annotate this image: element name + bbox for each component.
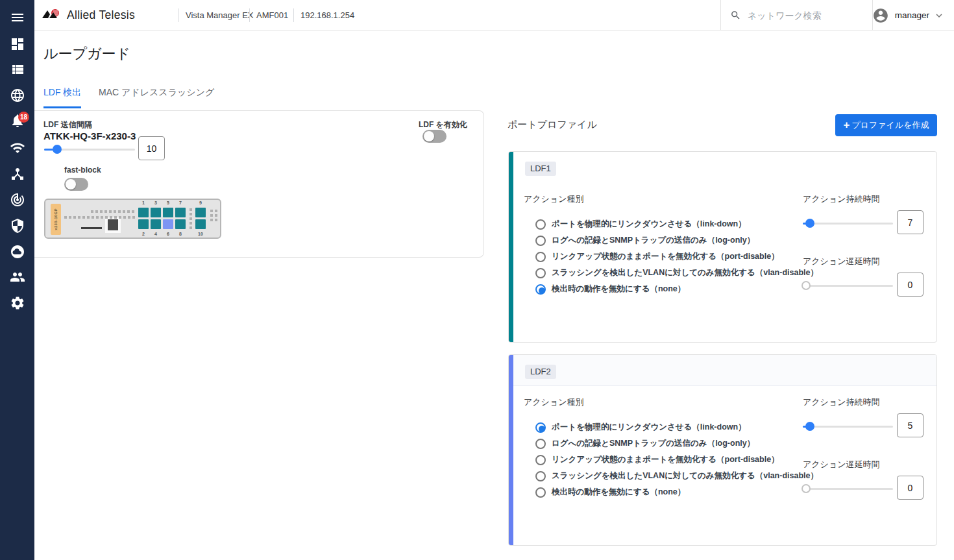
- action-duration-slider[interactable]: [803, 223, 893, 225]
- action-radio-option[interactable]: ポートを物理的にリンクダウンさせる（link-down）: [535, 216, 795, 232]
- switch-port[interactable]: [163, 219, 173, 229]
- led-indicator: [127, 210, 130, 213]
- led-indicator: [210, 214, 213, 217]
- led-indicator: [123, 210, 125, 213]
- action-radio-option[interactable]: リンクアップ状態のままポートを無効化する（port-disable）: [535, 452, 795, 468]
- radio-icon[interactable]: [535, 487, 546, 498]
- fast-block-label: fast-block: [64, 165, 101, 175]
- toggle-knob: [424, 131, 434, 141]
- ldf-enable-toggle[interactable]: [422, 130, 446, 143]
- led-indicator: [82, 216, 85, 219]
- radio-label: スラッシングを検出したVLANに対してのみ無効化する（vlan-disable）: [552, 267, 818, 278]
- ip-address: 192.168.1.254: [300, 10, 354, 20]
- radio-label: ポートを物理的にリンクダウンさせる（link-down）: [552, 219, 746, 230]
- action-delay-slider[interactable]: [803, 285, 893, 287]
- port-number: 8: [175, 232, 186, 236]
- switch-port[interactable]: [151, 208, 161, 217]
- search-input[interactable]: [748, 10, 858, 21]
- switch-port[interactable]: [175, 208, 186, 217]
- settings-gear-icon[interactable]: [10, 295, 25, 311]
- action-delay-input[interactable]: [897, 476, 923, 500]
- action-radio-option[interactable]: 検出時の動作を無効にする（none）: [535, 281, 795, 297]
- create-profile-button[interactable]: + プロファイルを作成: [835, 114, 937, 136]
- radio-icon[interactable]: [535, 439, 546, 449]
- asset-list-icon[interactable]: [10, 62, 25, 77]
- menu-icon[interactable]: [10, 10, 25, 25]
- led-indicator: [132, 216, 135, 219]
- action-radio-option[interactable]: 検出時の動作を無効にする（none）: [535, 484, 795, 500]
- device-hub-icon[interactable]: [10, 166, 25, 182]
- page-title: ループガード: [43, 44, 130, 64]
- security-shield-icon[interactable]: [10, 218, 25, 234]
- radio-icon[interactable]: [535, 422, 546, 433]
- port-number: 6: [163, 232, 173, 236]
- device-name: ATKK-HQ-3F-x230-3: [43, 130, 136, 141]
- switch-detail: [81, 227, 102, 229]
- user-menu[interactable]: manager: [872, 0, 945, 30]
- switch-port[interactable]: [195, 219, 206, 229]
- switch-front-panel: x230-10GP 12345678910: [44, 199, 221, 239]
- network-map-globe-icon[interactable]: [10, 88, 25, 103]
- header-divider: [249, 8, 250, 22]
- action-delay-input[interactable]: [897, 273, 923, 297]
- switch-port[interactable]: [163, 208, 173, 217]
- chevron-down-icon: [933, 10, 945, 21]
- radio-icon[interactable]: [535, 284, 546, 295]
- wifi-icon[interactable]: [10, 140, 25, 156]
- radio-icon[interactable]: [535, 455, 546, 465]
- led-indicator: [190, 226, 192, 229]
- action-duration-input[interactable]: [897, 413, 923, 437]
- profile-name-badge: LDF1: [525, 162, 556, 176]
- user-avatar-icon: [872, 7, 889, 24]
- radio-icon[interactable]: [535, 219, 546, 230]
- action-radio-option[interactable]: ポートを物理的にリンクダウンさせる（link-down）: [535, 419, 795, 435]
- led-indicator: [109, 210, 112, 213]
- switch-port[interactable]: [138, 219, 149, 229]
- dashboard-icon[interactable]: [10, 36, 25, 52]
- led-indicator: [118, 210, 121, 213]
- slider-thumb[interactable]: [805, 219, 814, 228]
- switch-port[interactable]: [175, 219, 186, 229]
- cloud-circle-icon[interactable]: [10, 244, 25, 260]
- radio-icon[interactable]: [535, 471, 546, 481]
- action-radio-option[interactable]: ログへの記録とSNMPトラップの送信のみ（log-only）: [535, 232, 795, 249]
- led-indicator: [128, 216, 130, 219]
- led-indicator: [114, 210, 116, 213]
- radio-icon[interactable]: [535, 252, 546, 262]
- led-indicator: [210, 219, 213, 221]
- switch-port[interactable]: [138, 208, 149, 217]
- slider-thumb[interactable]: [801, 281, 811, 290]
- profile-card-ldf2: LDF2 アクション種別 ポートを物理的にリンクダウンさせる（link-down…: [508, 354, 937, 546]
- ldf-interval-slider[interactable]: [44, 149, 135, 151]
- action-duration-input[interactable]: [897, 210, 923, 234]
- action-delay-slider[interactable]: [803, 488, 893, 490]
- action-radio-option[interactable]: ログへの記録とSNMPトラップの送信のみ（log-only）: [535, 435, 795, 452]
- action-duration-slider[interactable]: [803, 426, 893, 428]
- switch-port[interactable]: [151, 219, 161, 229]
- profile-accent-bar: [509, 152, 513, 342]
- led-indicator: [119, 216, 121, 219]
- slider-thumb[interactable]: [805, 422, 814, 431]
- radio-label: リンクアップ状態のままポートを無効化する（port-disable）: [552, 454, 779, 465]
- notification-count-badge: 18: [18, 112, 29, 123]
- led-indicator: [64, 216, 67, 219]
- action-radio-option[interactable]: スラッシングを検出したVLANに対してのみ無効化する（vlan-disable）: [535, 468, 795, 484]
- switch-port[interactable]: [195, 208, 206, 217]
- tab-mac-thrashing[interactable]: MAC アドレススラッシング: [99, 87, 214, 106]
- radio-icon[interactable]: [535, 268, 546, 278]
- track-changes-icon[interactable]: [10, 192, 25, 208]
- port-number: 1: [138, 201, 149, 205]
- users-icon[interactable]: [10, 269, 25, 285]
- tab-ldf-detection[interactable]: LDF 検出: [43, 87, 81, 108]
- radio-label: ログへの記録とSNMPトラップの送信のみ（log-only）: [552, 235, 755, 246]
- switch-model-tag: x230-10GP: [51, 204, 61, 235]
- create-profile-label: プロファイルを作成: [851, 119, 929, 131]
- fast-block-toggle[interactable]: [64, 178, 88, 191]
- led-indicator: [215, 214, 217, 217]
- ldf-interval-input[interactable]: [138, 136, 165, 160]
- radio-icon[interactable]: [535, 236, 546, 246]
- action-radio-option[interactable]: リンクアップ状態のままポートを無効化する（port-disable）: [535, 249, 795, 265]
- slider-thumb[interactable]: [53, 145, 62, 154]
- slider-thumb[interactable]: [801, 484, 811, 493]
- action-radio-option[interactable]: スラッシングを検出したVLANに対してのみ無効化する（vlan-disable）: [535, 265, 795, 281]
